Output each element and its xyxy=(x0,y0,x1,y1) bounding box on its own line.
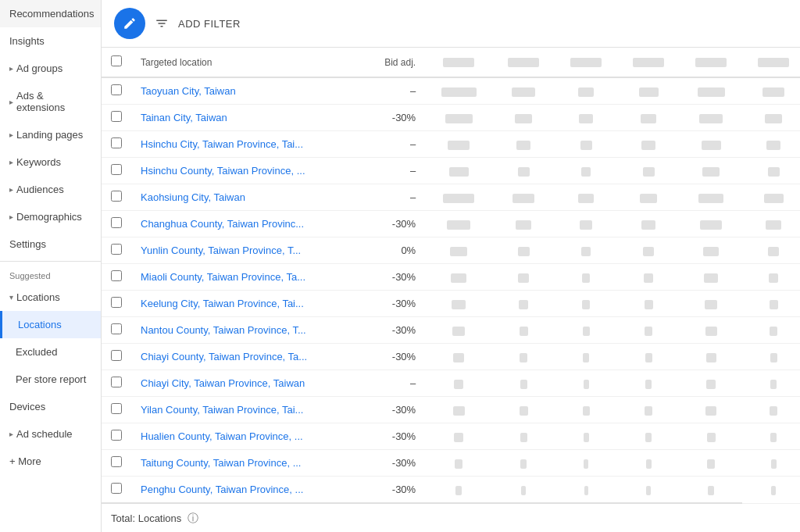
row-checkbox[interactable] xyxy=(111,244,122,255)
data-cell xyxy=(742,184,800,211)
data-cell xyxy=(617,184,680,211)
location-name-cell: Yilan County, Taiwan Province, Tai... xyxy=(131,397,362,423)
col3-header xyxy=(425,48,492,77)
chevron-icon: ▸ xyxy=(9,130,13,139)
sidebar-item-ads-extensions[interactable]: ▸ Ads & extensions xyxy=(0,82,101,121)
location-link[interactable]: Hsinchu County, Taiwan Province, ... xyxy=(141,165,305,177)
sidebar-item-ad-groups[interactable]: ▸ Ad groups xyxy=(0,55,101,82)
location-link[interactable]: Hsinchu City, Taiwan Province, Tai... xyxy=(141,138,303,150)
table-row: Keelung City, Taiwan Province, Tai...-30… xyxy=(102,291,800,317)
row-checkbox-cell xyxy=(102,77,131,105)
row-checkbox[interactable] xyxy=(111,217,122,228)
row-checkbox[interactable] xyxy=(111,323,122,334)
location-link[interactable]: Yunlin County, Taiwan Province, T... xyxy=(141,245,301,256)
data-cell xyxy=(492,158,555,184)
data-cell xyxy=(492,477,555,504)
sidebar-item-settings[interactable]: Settings xyxy=(0,230,101,258)
filter-button[interactable] xyxy=(155,16,169,30)
row-checkbox[interactable] xyxy=(111,164,122,175)
select-all-header[interactable] xyxy=(102,48,131,77)
location-link[interactable]: Taoyuan City, Taiwan xyxy=(141,85,236,97)
row-checkbox[interactable] xyxy=(111,456,122,467)
bid-adj-cell: -30% xyxy=(362,344,425,370)
sidebar-item-label: + More xyxy=(9,455,41,467)
row-checkbox[interactable] xyxy=(111,84,122,95)
data-cell xyxy=(492,397,555,423)
sidebar-item-demographics[interactable]: ▸ Demographics xyxy=(0,203,101,230)
sidebar-item-landing-pages[interactable]: ▸ Landing pages xyxy=(0,121,101,148)
location-link[interactable]: Tainan City, Taiwan xyxy=(141,112,227,123)
location-link[interactable]: Taitung County, Taiwan Province, ... xyxy=(141,457,301,469)
sidebar-item-more[interactable]: + More xyxy=(0,448,101,475)
sidebar-item-excluded[interactable]: Excluded xyxy=(0,338,101,366)
location-link[interactable]: Miaoli County, Taiwan Province, Ta... xyxy=(141,271,305,283)
row-checkbox[interactable] xyxy=(111,403,122,414)
row-checkbox[interactable] xyxy=(111,297,122,308)
sidebar-item-label: Demographics xyxy=(16,211,82,223)
row-checkbox[interactable] xyxy=(111,191,122,202)
location-link[interactable]: Hualien County, Taiwan Province, ... xyxy=(141,430,303,442)
location-link[interactable]: Penghu County, Taiwan Province, ... xyxy=(141,484,303,495)
location-link[interactable]: Changhua County, Taiwan Provinc... xyxy=(141,218,304,230)
location-link[interactable]: Nantou County, Taiwan Province, T... xyxy=(141,324,306,336)
location-link[interactable]: Yilan County, Taiwan Province, Tai... xyxy=(141,404,303,416)
sidebar-item-ad-schedule[interactable]: ▸ Ad schedule xyxy=(0,420,101,448)
data-cell xyxy=(742,344,800,370)
bid-adj-cell: -30% xyxy=(362,264,425,291)
sidebar-item-insights[interactable]: Insights xyxy=(0,27,101,55)
sidebar-item-audiences[interactable]: ▸ Audiences xyxy=(0,176,101,203)
row-checkbox[interactable] xyxy=(111,483,122,494)
table-row: Hsinchu County, Taiwan Province, ...– xyxy=(102,158,800,184)
location-link[interactable]: Chiayi City, Taiwan Province, Taiwan xyxy=(141,377,305,389)
table-row: Taitung County, Taiwan Province, ...-30% xyxy=(102,450,800,477)
location-link[interactable]: Chiayi County, Taiwan Province, Ta... xyxy=(141,351,307,362)
table-row: Changhua County, Taiwan Provinc...-30% xyxy=(102,211,800,237)
sidebar-item-locations-parent[interactable]: ▾ Locations xyxy=(0,284,101,311)
data-cell xyxy=(680,211,742,237)
sidebar-item-label: Ads & extensions xyxy=(16,90,91,113)
row-checkbox[interactable] xyxy=(111,137,122,148)
location-link[interactable]: Kaohsiung City, Taiwan xyxy=(141,191,245,203)
row-checkbox[interactable] xyxy=(111,270,122,281)
data-cell xyxy=(492,105,555,131)
row-checkbox[interactable] xyxy=(111,430,122,441)
table-row: Taoyuan City, Taiwan– xyxy=(102,77,800,105)
row-checkbox[interactable] xyxy=(111,350,122,361)
sidebar-item-label: Devices xyxy=(9,401,45,412)
sidebar-item-label: Locations xyxy=(18,319,62,330)
bid-adj-cell: -30% xyxy=(362,291,425,317)
data-cell xyxy=(617,105,680,131)
data-cell xyxy=(425,317,492,344)
data-cell xyxy=(555,450,617,477)
edit-button[interactable] xyxy=(114,8,145,39)
row-checkbox[interactable] xyxy=(111,377,122,387)
data-cell xyxy=(742,291,800,317)
row-checkbox-cell xyxy=(102,158,131,184)
sidebar-item-devices[interactable]: Devices xyxy=(0,393,101,420)
location-name-cell: Hualien County, Taiwan Province, ... xyxy=(131,423,362,450)
row-checkbox[interactable] xyxy=(111,111,122,122)
row-checkbox-cell xyxy=(102,397,131,423)
data-cell xyxy=(555,370,617,397)
row-checkbox-cell xyxy=(102,184,131,211)
data-cell xyxy=(425,158,492,184)
data-cell xyxy=(617,423,680,450)
data-cell xyxy=(425,264,492,291)
sidebar-item-recommendations[interactable]: Recommendations xyxy=(0,0,101,27)
row-checkbox-cell xyxy=(102,105,131,131)
filter-icon xyxy=(155,16,169,30)
sidebar-item-per-store-report[interactable]: Per store report xyxy=(0,366,101,393)
location-link[interactable]: Keelung City, Taiwan Province, Tai... xyxy=(141,298,304,309)
data-cell xyxy=(680,423,742,450)
select-all-checkbox[interactable] xyxy=(111,55,122,66)
info-icon[interactable]: ⓘ xyxy=(188,512,198,524)
data-cell xyxy=(680,77,742,105)
row-checkbox-cell xyxy=(102,317,131,344)
sidebar-item-keywords[interactable]: ▸ Keywords xyxy=(0,148,101,176)
data-cell xyxy=(742,211,800,237)
data-cell xyxy=(555,477,617,504)
bid-adj-cell: – xyxy=(362,158,425,184)
sidebar-item-locations[interactable]: Locations xyxy=(0,311,101,338)
sidebar-item-label: Ad groups xyxy=(16,62,62,74)
data-cell xyxy=(425,370,492,397)
